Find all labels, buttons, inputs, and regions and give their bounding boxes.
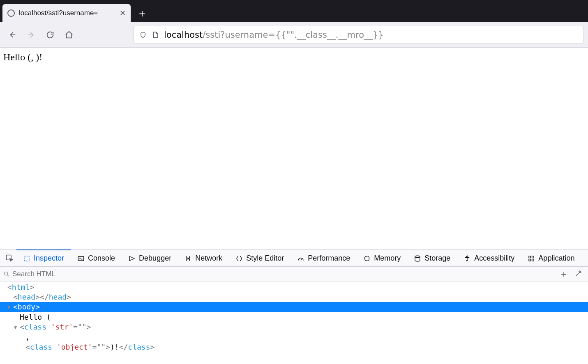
svg-rect-2 — [78, 256, 84, 261]
reload-icon — [46, 30, 55, 39]
arrow-right-icon — [27, 30, 36, 39]
tab-debugger[interactable]: Debugger — [122, 250, 178, 266]
tab-label: Inspector — [34, 254, 64, 263]
eyedropper-button[interactable] — [572, 269, 585, 279]
dom-line[interactable]: , — [0, 332, 588, 342]
favicon-icon — [7, 9, 15, 17]
tab-memory[interactable]: Memory — [357, 250, 407, 266]
tab-storage[interactable]: Storage — [407, 250, 457, 266]
nav-toolbar: localhost/ssti?username={{"".__class__._… — [0, 22, 588, 48]
tab-label: Console — [88, 254, 115, 263]
svg-point-10 — [5, 272, 8, 275]
dom-line[interactable]: <class 'object'="">)!</class> — [0, 342, 588, 352]
network-icon — [184, 255, 192, 262]
application-icon — [528, 255, 535, 262]
url-path: /ssti?username={{"".__class__.__mro__}} — [203, 30, 383, 40]
tab-label: Accessibility — [474, 254, 514, 263]
storage-icon — [414, 255, 421, 262]
tab-label: Performance — [308, 254, 350, 263]
svg-rect-8 — [529, 259, 531, 261]
devtools-tablist: Inspector Console Debugger Network Style… — [0, 250, 588, 267]
element-picker-button[interactable] — [2, 254, 16, 262]
devtools-panel: Inspector Console Debugger Network Style… — [0, 249, 588, 364]
console-icon — [77, 255, 85, 262]
dom-line-selected[interactable]: ▼<body> — [0, 302, 588, 312]
inspector-search-row: ＋ — [0, 267, 588, 282]
page-body-text: Hello (, )! — [3, 52, 42, 62]
url-bar[interactable]: localhost/ssti?username={{"".__class__._… — [133, 26, 584, 44]
search-icon — [3, 271, 10, 277]
tab-label: Network — [195, 254, 222, 263]
forward-button — [23, 27, 39, 43]
new-tab-button[interactable]: ＋ — [133, 4, 151, 22]
tab-label: Style Editor — [246, 254, 284, 263]
tab-label: Storage — [424, 254, 450, 263]
home-icon — [65, 30, 74, 39]
svg-rect-6 — [529, 256, 531, 258]
style-editor-icon — [235, 255, 243, 262]
svg-rect-1 — [24, 256, 29, 261]
dom-line[interactable]: ▼<class 'str'=""> — [0, 322, 588, 332]
picker-icon — [5, 254, 14, 262]
tab-accessibility[interactable]: Accessibility — [457, 250, 521, 266]
tab-console[interactable]: Console — [71, 250, 122, 266]
svg-rect-9 — [532, 259, 534, 261]
home-button[interactable] — [61, 27, 77, 43]
debugger-icon — [128, 255, 136, 262]
add-node-button[interactable]: ＋ — [558, 268, 570, 280]
tab-performance[interactable]: Performance — [291, 250, 357, 266]
tab-label: Memory — [374, 254, 401, 263]
tab-label: Debugger — [139, 254, 171, 263]
accessibility-icon — [463, 255, 471, 262]
shield-icon — [139, 31, 147, 39]
search-html-input[interactable] — [12, 270, 136, 278]
tab-strip: localhost/ssti?username= ✕ ＋ — [0, 0, 588, 22]
browser-tab[interactable]: localhost/ssti?username= ✕ — [2, 4, 131, 22]
url-host: localhost — [164, 30, 203, 40]
svg-point-4 — [415, 256, 420, 258]
svg-rect-7 — [532, 256, 534, 258]
svg-rect-3 — [365, 257, 369, 260]
dom-tree[interactable]: <html> <head></head> ▼<body> Hello ( ▼<c… — [0, 282, 588, 364]
dom-line[interactable]: <html> — [0, 282, 588, 292]
tab-application[interactable]: Application — [521, 250, 581, 266]
reload-button[interactable] — [42, 27, 58, 43]
back-button[interactable] — [4, 27, 21, 43]
page-content: Hello (, )! — [0, 48, 588, 249]
tab-label: Application — [538, 254, 574, 263]
dom-line[interactable]: <head></head> — [0, 292, 588, 302]
close-tab-icon[interactable]: ✕ — [120, 9, 126, 18]
performance-icon — [297, 255, 304, 262]
url-text: localhost/ssti?username={{"".__class__._… — [164, 30, 384, 40]
page-icon — [152, 31, 159, 39]
tab-style-editor[interactable]: Style Editor — [229, 250, 291, 266]
svg-point-5 — [467, 256, 468, 257]
arrow-left-icon — [8, 30, 17, 39]
inspector-icon — [23, 255, 30, 262]
tab-inspector[interactable]: Inspector — [16, 250, 71, 266]
tab-title: localhost/ssti?username= — [19, 9, 115, 17]
memory-icon — [363, 255, 371, 262]
tab-network[interactable]: Network — [178, 250, 229, 266]
dom-line[interactable]: Hello ( — [0, 312, 588, 322]
